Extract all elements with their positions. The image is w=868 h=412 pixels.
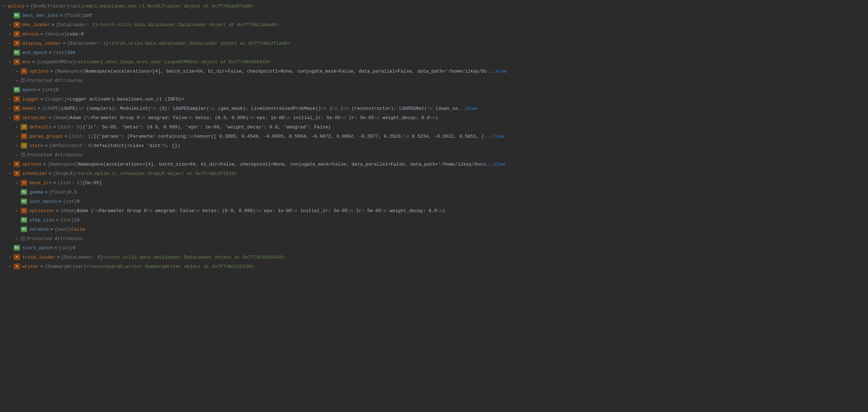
protected-icon-scheduler: ⚿ — [21, 236, 25, 241]
row-display-loader: ≡ display_loader = {DataLoader: 1} <torc… — [0, 39, 868, 48]
key-train-loader: train_loader — [22, 255, 56, 260]
type-icon-device: ≡ — [14, 31, 20, 37]
row-env-protected: ⚿ Protected Attributes — [0, 76, 868, 85]
type-icon-gamma: 01 — [21, 189, 27, 195]
toggle-train-loader[interactable] — [7, 254, 13, 260]
type-icon-param-groups: ≡ — [21, 133, 27, 139]
row-scheduler-optimizer: ≡ optimizer = {Adam} Adam (\nParameter G… — [0, 206, 868, 215]
row-env-options: ≡ options = {Namespace} Namespace(accele… — [0, 67, 868, 76]
key-start-epoch: start_epoch — [22, 245, 53, 251]
row-optimizer-param-groups: ≡ param_groups = {list: 1} [{'params': [… — [0, 132, 868, 141]
toggle-model[interactable] — [7, 106, 13, 111]
toggle-display-loader[interactable] — [7, 40, 13, 46]
type-icon-train-loader: ≡ — [14, 254, 20, 260]
toggle-optimizer-defaults[interactable] — [14, 124, 20, 130]
toggle-env[interactable] — [7, 59, 13, 65]
key-dev-loader: dev_loader — [22, 22, 50, 28]
toggle-scheduler-base-lrs[interactable] — [14, 180, 20, 186]
type-icon-start-epoch: 01 — [14, 245, 20, 251]
type-icon-scheduler-optimizer: ≡ — [21, 208, 27, 214]
row-model: ≡ model = {LOUPE} LOUPE(\n (samplers): M… — [0, 104, 868, 113]
type-icon-optimizer: ≡ — [14, 115, 20, 121]
key-env: env — [22, 59, 30, 65]
row-epoch: 01 epoch = {int} 0 — [0, 85, 868, 94]
view-link-param-groups[interactable]: View — [493, 134, 504, 139]
toggle-env-protected[interactable] — [14, 78, 20, 83]
row-scheduler-gamma: 01 gamma = {float} 0.5 — [0, 187, 868, 197]
toggle-env-options[interactable] — [14, 68, 20, 74]
key-end-epoch: end_epoch — [22, 50, 47, 55]
key-state: state — [29, 143, 43, 148]
protected-icon-optimizer: ⚿ — [21, 152, 25, 158]
type-icon-float: 01 — [14, 13, 20, 18]
toggle-optimizer-state[interactable] — [14, 143, 20, 148]
type-icon-last-epoch: 01 — [21, 198, 27, 204]
toggle-device[interactable] — [7, 31, 13, 37]
toggle-scheduler[interactable] — [7, 171, 13, 176]
toggle-logger[interactable] — [7, 96, 13, 102]
type-icon-scheduler: ≡ — [14, 171, 20, 176]
toggle-options[interactable] — [7, 161, 13, 167]
key-gamma: gamma — [29, 190, 43, 195]
toggle-scheduler-protected[interactable] — [14, 236, 20, 241]
row-logger: ≡ logger = {Logger} <Logger activemri.ba… — [0, 94, 868, 104]
toggle-optimizer-param-groups[interactable] — [14, 133, 20, 139]
key-display-loader: display_loader — [22, 41, 61, 46]
type-icon-options: ≡ — [14, 161, 20, 167]
view-link-model[interactable]: View — [466, 106, 477, 111]
toggle-policy[interactable] — [1, 3, 7, 9]
key-param-groups: param_groups — [29, 134, 63, 139]
toggle-optimizer-protected[interactable] — [14, 152, 20, 158]
row-best-dev-loss: 01 best_dev_loss = {float} inf — [0, 11, 868, 20]
row-train-loader: ≡ train_loader = {DataLoader: 0} <torch.… — [0, 252, 868, 262]
toggle-scheduler-optimizer[interactable] — [14, 208, 20, 214]
row-env: ≡ env = {LoupeOCMREnv} <activemri.envs.l… — [0, 57, 868, 67]
key-scheduler-optimizer: optimizer — [29, 208, 54, 214]
type-icon-verbose: 01 — [21, 226, 27, 232]
type-icon-model: ≡ — [14, 106, 20, 111]
row-start-epoch: 01 start_epoch = {int} 0 — [0, 243, 868, 252]
debugger-panel: policy = {NonRLTrainer} <activemri.basel… — [0, 0, 868, 273]
key-verbose: verbose — [29, 227, 49, 232]
scheduler-protected-label: Protected Attributes — [27, 236, 83, 241]
key-epoch: epoch — [22, 87, 36, 93]
toggle-dev-loader[interactable] — [7, 22, 13, 28]
row-scheduler-step-size: 01 step_size = {int} 10 — [0, 215, 868, 225]
row-scheduler-base-lrs: ≡ base_lrs = {list: 1} [5e-05] — [0, 178, 868, 187]
row-end-epoch: 01 end_epoch = {int} 300 — [0, 48, 868, 57]
key-env-options: options — [29, 69, 49, 74]
type-icon-defaults: ≡ — [21, 124, 27, 130]
key-logger: logger — [22, 97, 39, 102]
optimizer-protected-label: Protected Attributes — [27, 152, 83, 158]
view-link-env-options[interactable]: View — [496, 69, 507, 74]
row-policy: policy = {NonRLTrainer} <activemri.basel… — [0, 1, 868, 11]
env-protected-label: Protected Attributes — [27, 78, 83, 83]
type-icon-env-options: ≡ — [21, 68, 27, 74]
key-base-lrs: base_lrs — [29, 180, 52, 186]
row-scheduler-last-epoch: 01 last_epoch = {int} 0 — [0, 197, 868, 206]
type-icon-step-size: 01 — [21, 217, 27, 223]
row-scheduler-protected: ⚿ Protected Attributes — [0, 234, 868, 243]
toggle-optimizer[interactable] — [7, 115, 13, 121]
key-policy: policy — [8, 4, 25, 9]
key-scheduler: scheduler — [22, 171, 47, 176]
row-optimizer: ≡ optimizer = {Adam} Adam (\nParameter G… — [0, 113, 868, 122]
row-writer: ≡ writer = {SummaryWriter} <tensorboardX… — [0, 262, 868, 271]
row-optimizer-defaults: ≡ defaults = {dict: 5} {'lr': 5e-05, 'be… — [0, 122, 868, 132]
key-model: model — [22, 106, 36, 111]
key-best-dev-loss: best_dev_loss — [22, 13, 58, 18]
key-writer: writer — [22, 264, 39, 269]
type-icon-logger: ≡ — [14, 96, 20, 102]
toggle-writer[interactable] — [7, 264, 13, 269]
key-optimizer: optimizer — [22, 115, 47, 121]
view-link-options[interactable]: View — [494, 162, 505, 167]
row-dev-loader: ≡ dev_loader = {DataLoader: 1} <torch.ut… — [0, 20, 868, 29]
type-icon-env: ≡ — [14, 59, 20, 65]
type-icon-base-lrs: ≡ — [21, 180, 27, 186]
type-icon-writer: ≡ — [14, 264, 20, 269]
type-icon-state: ≡ — [21, 143, 27, 148]
row-scheduler-verbose: 01 verbose = {bool} False — [0, 225, 868, 234]
row-options: ≡ options = {Namespace} Namespace(accele… — [0, 160, 868, 169]
key-device: device — [22, 31, 39, 37]
key-options: options — [22, 162, 42, 167]
